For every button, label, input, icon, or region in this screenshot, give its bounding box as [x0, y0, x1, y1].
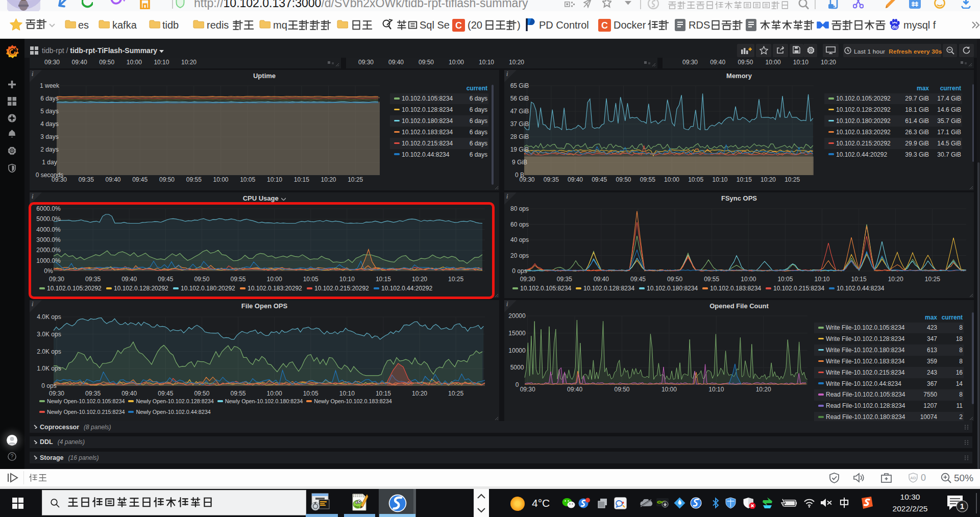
svg-text:AD: AD: [910, 476, 916, 480]
svg-text:1: 1: [960, 502, 964, 510]
svg-text:C: C: [455, 20, 462, 31]
svg-text:?: ?: [11, 453, 14, 459]
svg-text:C: C: [601, 20, 608, 31]
svg-text:du: du: [892, 24, 898, 30]
